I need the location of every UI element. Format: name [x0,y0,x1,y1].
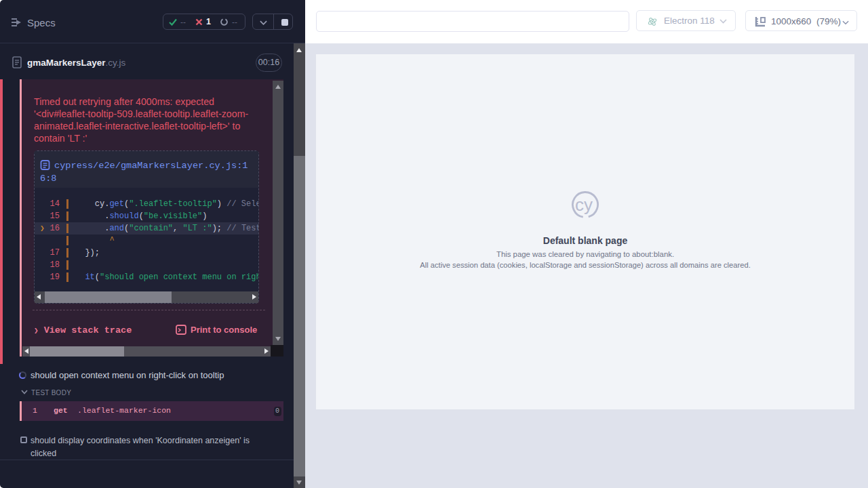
svg-text:y: y [584,195,593,215]
svg-text:c: c [575,195,584,215]
